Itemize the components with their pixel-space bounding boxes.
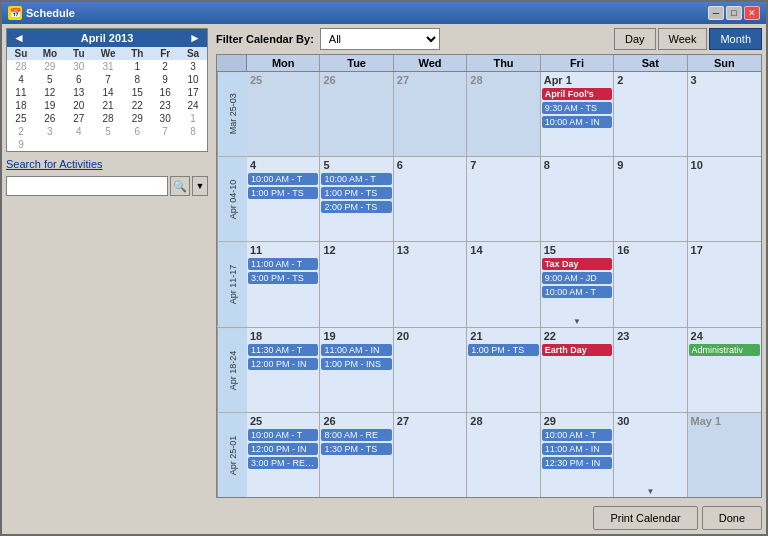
mini-cal-cell[interactable]: 22 — [123, 99, 151, 112]
calendar-day-cell[interactable]: 28 — [467, 72, 540, 156]
calendar-event[interactable]: 9:00 AM - JD — [542, 272, 612, 284]
calendar-day-cell[interactable]: 21 1:00 PM - TS — [467, 328, 540, 412]
mini-cal-cell[interactable]: 6 — [65, 73, 93, 86]
month-view-button[interactable]: Month — [709, 28, 762, 50]
calendar-event[interactable]: 8:00 AM - RE — [321, 429, 391, 441]
mini-cal-cell[interactable]: 28 — [7, 60, 35, 73]
mini-cal-cell[interactable]: 19 — [35, 99, 65, 112]
calendar-day-cell[interactable]: 5 10:00 AM - T 1:00 PM - TS 2:00 PM - TS — [320, 157, 393, 241]
calendar-day-cell[interactable]: 20 — [394, 328, 467, 412]
mini-cal-cell[interactable]: 10 — [179, 73, 207, 86]
calendar-day-cell[interactable]: 26 8:00 AM - RE 1:30 PM - TS — [320, 413, 393, 497]
calendar-event[interactable]: 11:00 AM - IN — [542, 443, 612, 455]
mini-cal-cell[interactable]: 21 — [93, 99, 124, 112]
calendar-event[interactable]: 3:00 PM - TS — [248, 272, 318, 284]
calendar-day-cell[interactable]: 23 — [614, 328, 687, 412]
print-calendar-button[interactable]: Print Calendar — [593, 506, 697, 530]
calendar-day-cell[interactable]: 11 11:00 AM - T 3:00 PM - TS — [247, 242, 320, 326]
calendar-day-cell[interactable]: May 1 — [688, 413, 761, 497]
mini-cal-cell[interactable]: 8 — [123, 73, 151, 86]
mini-cal-cell[interactable]: 6 — [123, 125, 151, 138]
calendar-event[interactable]: 1:00 PM - TS — [321, 187, 391, 199]
mini-cal-cell[interactable]: 26 — [35, 112, 65, 125]
calendar-event[interactable]: 9:30 AM - TS — [542, 102, 612, 114]
calendar-event[interactable]: 1:00 PM - TS — [468, 344, 538, 356]
mini-cal-cell[interactable]: 13 — [65, 86, 93, 99]
calendar-day-cell[interactable]: 25 — [247, 72, 320, 156]
calendar-day-cell[interactable]: 4 10:00 AM - T 1:00 PM - TS — [247, 157, 320, 241]
mini-cal-cell[interactable]: 1 — [123, 60, 151, 73]
next-month-button[interactable]: ► — [187, 31, 203, 45]
mini-cal-cell[interactable]: 23 — [151, 99, 179, 112]
calendar-day-cell[interactable]: 2 — [614, 72, 687, 156]
calendar-day-cell[interactable]: 22 Earth Day — [541, 328, 614, 412]
mini-cal-cell[interactable]: 1 — [179, 112, 207, 125]
calendar-event[interactable]: Tax Day — [542, 258, 612, 270]
close-button[interactable]: ✕ — [744, 6, 760, 20]
calendar-event[interactable]: 10:00 AM - T — [248, 173, 318, 185]
calendar-day-cell[interactable]: 24 Administrativ — [688, 328, 761, 412]
calendar-event[interactable]: 2:00 PM - TS — [321, 201, 391, 213]
search-dropdown-button[interactable]: ▼ — [192, 176, 208, 196]
calendar-day-cell[interactable]: 30 ▼ — [614, 413, 687, 497]
maximize-button[interactable]: □ — [726, 6, 742, 20]
mini-cal-cell[interactable]: 3 — [35, 125, 65, 138]
calendar-event[interactable]: 10:00 AM - T — [542, 429, 612, 441]
calendar-day-cell[interactable]: Apr 1 April Fool's 9:30 AM - TS 10:00 AM… — [541, 72, 614, 156]
calendar-event[interactable]: Administrativ — [689, 344, 760, 356]
calendar-event[interactable]: 10:00 AM - IN — [542, 116, 612, 128]
calendar-day-cell[interactable]: 12 — [320, 242, 393, 326]
calendar-day-cell[interactable]: 9 — [614, 157, 687, 241]
calendar-day-cell[interactable]: 7 — [467, 157, 540, 241]
calendar-day-cell[interactable]: 15 Tax Day 9:00 AM - JD 10:00 AM - T ▼ — [541, 242, 614, 326]
done-button[interactable]: Done — [702, 506, 762, 530]
mini-cal-cell[interactable]: 4 — [7, 73, 35, 86]
mini-cal-cell[interactable]: 4 — [65, 125, 93, 138]
mini-cal-cell[interactable]: 3 — [179, 60, 207, 73]
mini-cal-cell[interactable]: 16 — [151, 86, 179, 99]
mini-cal-cell[interactable]: 29 — [123, 112, 151, 125]
mini-cal-cell[interactable]: 2 — [151, 60, 179, 73]
calendar-event[interactable]: 11:30 AM - T — [248, 344, 318, 356]
week-view-button[interactable]: Week — [658, 28, 708, 50]
calendar-day-cell[interactable]: 10 — [688, 157, 761, 241]
calendar-day-cell[interactable]: 6 — [394, 157, 467, 241]
mini-cal-cell[interactable]: 20 — [65, 99, 93, 112]
calendar-day-cell[interactable]: 19 11:00 AM - IN 1:00 PM - INS — [320, 328, 393, 412]
calendar-day-cell[interactable]: 28 — [467, 413, 540, 497]
mini-cal-cell[interactable]: 7 — [151, 125, 179, 138]
mini-cal-cell[interactable]: 7 — [93, 73, 124, 86]
calendar-event[interactable]: 12:30 PM - IN — [542, 457, 612, 469]
calendar-event[interactable]: 10:00 AM - T — [542, 286, 612, 298]
mini-cal-cell[interactable]: 29 — [35, 60, 65, 73]
calendar-day-cell[interactable]: 16 — [614, 242, 687, 326]
mini-cal-cell[interactable]: 9 — [7, 138, 35, 151]
mini-cal-cell[interactable]: 8 — [179, 125, 207, 138]
calendar-event[interactable]: 1:00 PM - INS — [321, 358, 391, 370]
calendar-event[interactable]: 1:30 PM - TS — [321, 443, 391, 455]
calendar-event[interactable]: 3:00 PM - REP/WAR LG-1831 — [248, 457, 318, 469]
prev-month-button[interactable]: ◄ — [11, 31, 27, 45]
mini-cal-cell[interactable]: 2 — [7, 125, 35, 138]
calendar-day-cell[interactable]: 27 — [394, 72, 467, 156]
calendar-day-cell[interactable]: 13 — [394, 242, 467, 326]
calendar-day-cell[interactable]: 29 10:00 AM - T 11:00 AM - IN 12:30 PM -… — [541, 413, 614, 497]
mini-cal-cell[interactable]: 5 — [35, 73, 65, 86]
filter-select[interactable]: All Personal Work Family — [320, 28, 440, 50]
minimize-button[interactable]: ─ — [708, 6, 724, 20]
mini-cal-cell[interactable]: 15 — [123, 86, 151, 99]
mini-cal-cell[interactable]: 24 — [179, 99, 207, 112]
calendar-day-cell[interactable]: 8 — [541, 157, 614, 241]
expand-icon[interactable]: ▼ — [646, 487, 654, 496]
calendar-event[interactable]: 11:00 AM - IN — [321, 344, 391, 356]
mini-cal-cell[interactable]: 9 — [151, 73, 179, 86]
calendar-event[interactable]: 12:00 PM - IN — [248, 443, 318, 455]
day-view-button[interactable]: Day — [614, 28, 656, 50]
mini-cal-cell[interactable]: 5 — [93, 125, 124, 138]
calendar-event[interactable]: 12:00 PM - IN — [248, 358, 318, 370]
mini-cal-cell[interactable]: 30 — [151, 112, 179, 125]
calendar-event[interactable]: 1:00 PM - TS — [248, 187, 318, 199]
mini-cal-cell[interactable]: 27 — [65, 112, 93, 125]
calendar-event[interactable]: 10:00 AM - T — [248, 429, 318, 441]
mini-cal-cell[interactable]: 14 — [93, 86, 124, 99]
